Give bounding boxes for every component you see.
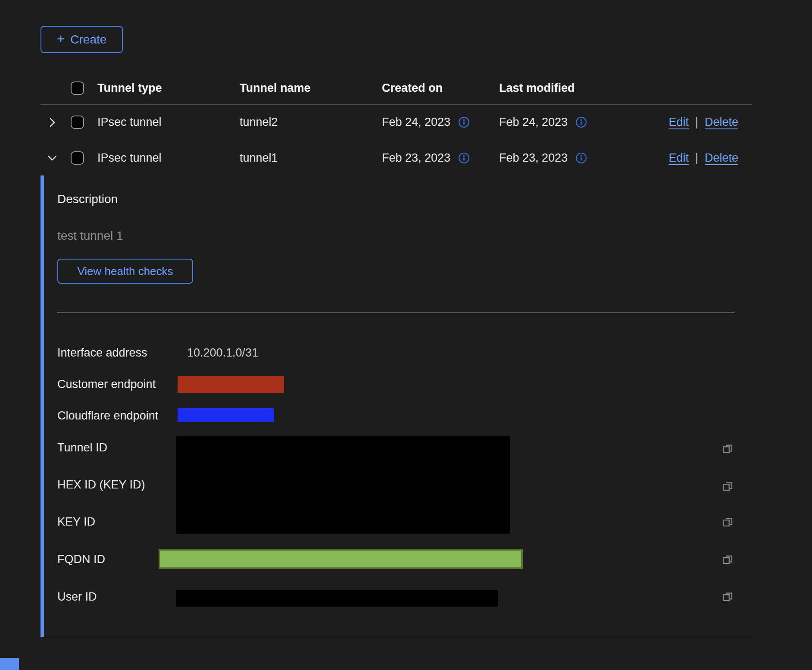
fqdn-id-label: FQDN ID — [57, 552, 105, 566]
copy-icon[interactable] — [721, 590, 734, 603]
copy-icon[interactable] — [721, 515, 734, 528]
tunnel-table: Tunnel type Tunnel name Created on Last … — [41, 65, 752, 175]
header-created-on: Created on — [382, 81, 499, 95]
last-modified-cell: Feb 24, 2023 — [499, 116, 568, 129]
chevron-right-icon[interactable] — [46, 116, 59, 129]
copy-icon[interactable] — [721, 479, 734, 492]
last-modified-cell: Feb 23, 2023 — [499, 151, 568, 165]
edit-link[interactable]: Edit — [668, 151, 689, 165]
interface-address-label: Interface address — [57, 346, 147, 360]
action-separator: | — [695, 151, 698, 165]
action-separator: | — [695, 116, 698, 129]
view-health-checks-label: View health checks — [77, 265, 173, 278]
user-id-label: User ID — [57, 590, 97, 604]
tunnel-name-cell: tunnel1 — [240, 151, 382, 165]
header-tunnel-type: Tunnel type — [97, 81, 240, 95]
cloudflare-endpoint-redacted-value — [178, 408, 274, 422]
cloudflare-endpoint-label: Cloudflare endpoint — [57, 409, 158, 423]
edit-link[interactable]: Edit — [668, 116, 689, 129]
header-last-modified: Last modified — [499, 81, 616, 95]
tunnel-name-cell: tunnel2 — [240, 116, 382, 129]
bottom-left-accent-fragment — [0, 658, 19, 670]
copy-icon[interactable] — [721, 553, 734, 566]
fqdn-id-redacted-value — [159, 549, 523, 569]
tunnel-detail-panel: Description test tunnel 1 View health ch… — [41, 175, 752, 637]
create-button[interactable]: + Create — [41, 26, 123, 53]
select-all-checkbox[interactable] — [71, 81, 84, 95]
row-checkbox[interactable] — [71, 116, 84, 129]
delete-link[interactable]: Delete — [705, 116, 738, 129]
ids-redacted-value-block — [176, 436, 510, 534]
header-tunnel-name: Tunnel name — [240, 81, 382, 95]
info-icon[interactable] — [458, 116, 470, 128]
info-icon[interactable] — [575, 152, 587, 164]
chevron-down-icon[interactable] — [46, 151, 59, 164]
view-health-checks-button[interactable]: View health checks — [57, 259, 193, 284]
table-row: IPsec tunnel tunnel1 Feb 23, 2023 Feb 23… — [41, 140, 752, 175]
table-header-row: Tunnel type Tunnel name Created on Last … — [41, 65, 752, 105]
description-label: Description — [57, 192, 118, 206]
key-id-label: KEY ID — [57, 515, 95, 529]
customer-endpoint-label: Customer endpoint — [57, 377, 156, 391]
user-id-redacted-value — [176, 590, 498, 607]
header-checkbox-cell — [69, 81, 97, 95]
create-button-label: Create — [70, 33, 106, 47]
created-on-cell: Feb 24, 2023 — [382, 116, 450, 129]
description-value: test tunnel 1 — [57, 229, 123, 243]
row-checkbox[interactable] — [71, 151, 84, 165]
tunnel-type-cell: IPsec tunnel — [97, 151, 240, 165]
tunnel-type-cell: IPsec tunnel — [97, 116, 240, 129]
copy-icon[interactable] — [721, 442, 734, 455]
tunnel-id-label: Tunnel ID — [57, 441, 107, 454]
interface-address-value: 10.200.1.0/31 — [187, 346, 258, 360]
customer-endpoint-redacted-value — [178, 376, 284, 393]
detail-divider — [57, 313, 735, 313]
info-icon[interactable] — [458, 152, 470, 164]
plus-icon: + — [57, 32, 65, 46]
delete-link[interactable]: Delete — [705, 151, 738, 165]
created-on-cell: Feb 23, 2023 — [382, 151, 450, 165]
info-icon[interactable] — [575, 116, 587, 128]
table-row: IPsec tunnel tunnel2 Feb 24, 2023 Feb 24… — [41, 105, 752, 140]
hex-id-label: HEX ID (KEY ID) — [57, 478, 145, 492]
